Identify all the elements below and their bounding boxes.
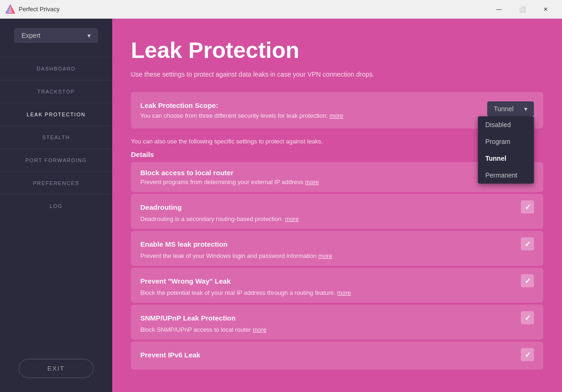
feature-header-block-local-router: Block access to local router — [140, 169, 534, 177]
feature-prevent-ipv6: Prevent IPv6 Leak ✓ — [131, 342, 543, 370]
mode-dropdown[interactable]: Expert ▾ — [14, 28, 98, 43]
feature-header-snmp-upnp: SNMP/UPnP Leak Protection ✓ — [140, 311, 534, 324]
checkmark-icon: ✓ — [525, 350, 531, 359]
feature-ms-leak: Enable MS leak protection ✓ Prevent the … — [131, 231, 543, 266]
dropdown-option-disabled[interactable]: Disabled — [478, 116, 534, 133]
dropdown-option-program[interactable]: Program — [478, 133, 534, 150]
ms-leak-checkbox[interactable]: ✓ — [521, 237, 534, 250]
feature-header-ms-leak: Enable MS leak protection ✓ — [140, 237, 534, 250]
feature-desc-deadrouting: Deadrouting is a secondary routing-based… — [140, 215, 534, 222]
wrong-way-leak-checkbox[interactable]: ✓ — [521, 274, 534, 287]
scope-card: Leak Protection Scope: You can choose fr… — [131, 92, 543, 128]
titlebar-controls: — ⬜ ✕ — [488, 0, 556, 19]
sidebar-item-log[interactable]: LOG — [0, 194, 112, 217]
checkmark-icon: ✓ — [525, 277, 531, 285]
feature-header-prevent-ipv6: Prevent IPv6 Leak ✓ — [140, 348, 534, 361]
feature-desc-ms-leak: Prevent the leak of your Windows login a… — [140, 252, 534, 259]
minimize-button[interactable]: — — [488, 0, 510, 19]
chevron-down-icon: ▾ — [524, 105, 527, 113]
app-title: Perfect Privacy — [19, 6, 59, 13]
feature-header-wrong-way-leak: Prevent "Wrong Way" Leak ✓ — [140, 274, 534, 287]
page-title: Leak Protection — [131, 37, 543, 63]
chevron-down-icon: ▾ — [87, 32, 91, 39]
snmp-upnp-checkbox[interactable]: ✓ — [521, 311, 534, 324]
prevent-ipv6-checkbox[interactable]: ✓ — [521, 348, 534, 361]
deadrouting-checkbox[interactable]: ✓ — [521, 200, 534, 214]
titlebar: Perfect Privacy — ⬜ ✕ — [0, 0, 562, 19]
sidebar-item-port-forwarding[interactable]: PORT FORWARDING — [0, 149, 112, 171]
feature-more-link-snmp-upnp[interactable]: more — [252, 326, 267, 333]
feature-more-link-wrong-way-leak[interactable]: more — [337, 289, 351, 296]
scope-dropdown-menu: Disabled Program Tunnel Permanent — [478, 116, 534, 184]
feature-title-snmp-upnp: SNMP/UPnP Leak Protection — [140, 314, 236, 322]
page-subtitle: Use these settings to protect against da… — [131, 71, 543, 78]
feature-title-prevent-ipv6: Prevent IPv6 Leak — [140, 351, 200, 359]
checkmark-icon: ✓ — [525, 314, 531, 322]
feature-more-link-block-local-router[interactable]: more — [305, 178, 319, 185]
mode-label: Expert — [22, 32, 40, 39]
scope-dropdown-value: Tunnel — [494, 105, 513, 113]
scope-card-left: Leak Protection Scope: You can choose fr… — [140, 101, 487, 119]
sidebar-item-leak-protection[interactable]: LEAK PROTECTION — [0, 103, 112, 126]
feature-title-ms-leak: Enable MS leak protection — [140, 240, 228, 248]
feature-wrong-way-leak: Prevent "Wrong Way" Leak ✓ Block the pot… — [131, 268, 543, 303]
feature-header-deadrouting: Deadrouting ✓ — [140, 200, 534, 214]
exit-button[interactable]: EXIT — [19, 359, 94, 378]
scope-desc: You can choose from three different secu… — [140, 112, 487, 119]
feature-deadrouting: Deadrouting ✓ Deadrouting is a secondary… — [131, 194, 543, 229]
dropdown-option-tunnel[interactable]: Tunnel — [478, 150, 534, 167]
sidebar: Expert ▾ DASHBOARD TRACKSTOP LEAK PROTEC… — [0, 19, 112, 392]
feature-desc-wrong-way-leak: Block the potential leak of your real IP… — [140, 289, 534, 296]
close-button[interactable]: ✕ — [535, 0, 556, 19]
feature-snmp-upnp: SNMP/UPnP Leak Protection ✓ Block SNMP/U… — [131, 305, 543, 340]
scope-label: Leak Protection Scope: — [140, 101, 487, 109]
app-logo-icon — [6, 5, 15, 14]
scope-dropdown-button[interactable]: Tunnel ▾ — [487, 101, 534, 116]
scope-dropdown-wrapper: Tunnel ▾ Disabled Program Tunnel Permane… — [487, 101, 534, 116]
sidebar-item-dashboard[interactable]: DASHBOARD — [0, 57, 112, 80]
dropdown-option-permanent[interactable]: Permanent — [478, 167, 534, 184]
app-body: Expert ▾ DASHBOARD TRACKSTOP LEAK PROTEC… — [0, 19, 562, 392]
scope-more-link[interactable]: more — [330, 112, 344, 119]
sidebar-nav: DASHBOARD TRACKSTOP LEAK PROTECTION STEA… — [0, 57, 112, 359]
sidebar-item-trackstop[interactable]: TRACKSTOP — [0, 80, 112, 103]
feature-more-link-deadrouting[interactable]: more — [285, 215, 299, 222]
sidebar-item-preferences[interactable]: PREFERENCES — [0, 171, 112, 194]
main-inner: Leak Protection Use these settings to pr… — [112, 19, 562, 390]
feature-title-block-local-router: Block access to local router — [140, 169, 233, 177]
checkmark-icon: ✓ — [525, 203, 531, 212]
sidebar-item-stealth[interactable]: STEALTH — [0, 126, 112, 149]
checkmark-icon: ✓ — [525, 240, 531, 249]
main-content: Leak Protection Use these settings to pr… — [112, 19, 562, 392]
titlebar-left: Perfect Privacy — [6, 5, 59, 14]
feature-desc-block-local-router: Prevent programs from determining your e… — [140, 178, 534, 185]
feature-title-deadrouting: Deadrouting — [140, 203, 181, 211]
feature-title-wrong-way-leak: Prevent "Wrong Way" Leak — [140, 277, 231, 285]
feature-more-link-ms-leak[interactable]: more — [318, 252, 332, 259]
maximize-button[interactable]: ⬜ — [512, 0, 533, 19]
feature-desc-snmp-upnp: Block SNMP/UPnP access to local router m… — [140, 326, 534, 333]
